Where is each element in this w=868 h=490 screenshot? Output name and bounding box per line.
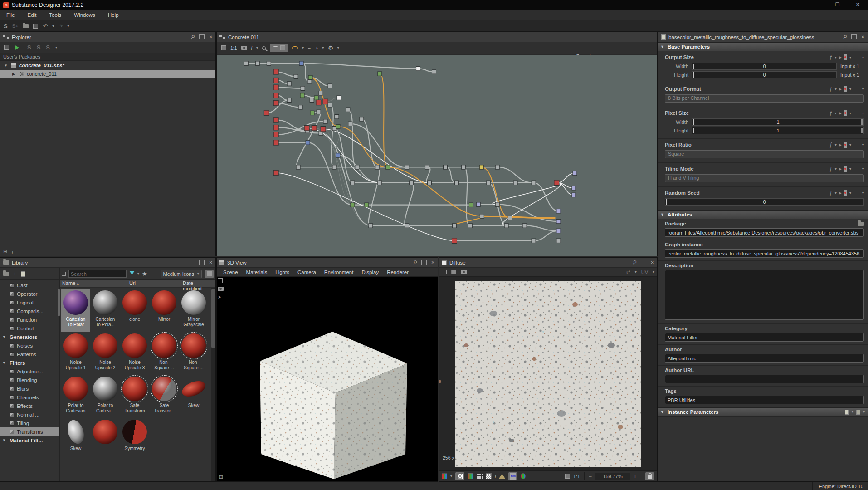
- new-substance-icon[interactable]: S: [4, 23, 8, 29]
- actual-size-label[interactable]: 1:1: [230, 45, 237, 51]
- preset-icon[interactable]: [845, 410, 849, 415]
- graph-node[interactable]: [273, 93, 278, 98]
- column-date-modified[interactable]: Date modified: [180, 280, 215, 287]
- cursor-icon[interactable]: ➤: [218, 294, 224, 299]
- undo-icon[interactable]: ↶: [43, 23, 48, 29]
- library-item[interactable]: NoiseUpscale 3: [120, 332, 149, 375]
- graph-node[interactable]: [378, 72, 382, 76]
- graph-node[interactable]: [294, 74, 298, 78]
- library-item[interactable]: SafeTransform: [120, 375, 149, 418]
- graph-node[interactable]: [310, 111, 314, 115]
- graph-node[interactable]: [335, 115, 339, 119]
- new-from-template-icon[interactable]: S+: [12, 23, 19, 29]
- graph-node[interactable]: [495, 165, 499, 169]
- graph-node[interactable]: [312, 125, 317, 130]
- graph-node[interactable]: [273, 125, 278, 130]
- graph-node[interactable]: [572, 193, 576, 197]
- play-icon[interactable]: ▶: [839, 167, 842, 171]
- library-item[interactable]: NoiseUpscale 1: [61, 332, 90, 375]
- expand-arrow-icon[interactable]: ▶: [12, 72, 17, 76]
- row-caret[interactable]: ▾: [862, 191, 864, 195]
- float-icon[interactable]: [199, 34, 205, 39]
- author-url-input[interactable]: [665, 375, 864, 383]
- zoom-icon[interactable]: [262, 46, 266, 50]
- float-icon[interactable]: [641, 260, 646, 265]
- graph-node[interactable]: [298, 105, 302, 109]
- column-url[interactable]: Url: [127, 280, 180, 287]
- graph-node[interactable]: [273, 85, 278, 90]
- preset-list-caret[interactable]: ▾: [863, 410, 865, 415]
- close-button[interactable]: ✕: [848, 0, 868, 10]
- graph-node[interactable]: [504, 224, 508, 228]
- graph-node[interactable]: [476, 202, 480, 206]
- random-seed-slider[interactable]: 0: [665, 198, 864, 206]
- info-toggle-icon[interactable]: i: [251, 45, 252, 51]
- category-noises[interactable]: Noises: [0, 341, 59, 350]
- graph-node[interactable]: [522, 224, 527, 228]
- graph-node[interactable]: [273, 132, 278, 137]
- value-caret[interactable]: ▾: [849, 191, 851, 195]
- value-caret[interactable]: ▾: [849, 167, 851, 171]
- library-scrollbar[interactable]: [211, 288, 215, 481]
- graph-node[interactable]: [296, 165, 300, 169]
- graph-node[interactable]: [513, 181, 517, 185]
- category-input[interactable]: [665, 333, 864, 342]
- library-item[interactable]: Skew: [179, 375, 208, 418]
- pin-icon[interactable]: ⚲: [841, 34, 848, 40]
- close-icon[interactable]: ✕: [209, 34, 213, 39]
- graph-node[interactable]: [495, 202, 499, 206]
- category-filters[interactable]: ▼Filters: [0, 358, 59, 367]
- graph-node[interactable]: [556, 209, 561, 213]
- zoom-value[interactable]: 159.77%: [595, 473, 630, 480]
- edit-filters-icon[interactable]: [21, 271, 25, 277]
- save-package-icon[interactable]: [4, 45, 9, 50]
- graph-node[interactable]: [351, 181, 355, 185]
- details-toggle-button[interactable]: [205, 270, 214, 278]
- graph-node[interactable]: [428, 181, 432, 185]
- graph-node[interactable]: [316, 100, 321, 105]
- popout-icon[interactable]: [442, 270, 447, 274]
- output-size-slider[interactable]: 0: [692, 71, 837, 78]
- graph-node[interactable]: [299, 61, 303, 65]
- attributes-section[interactable]: ▼ Attributes: [658, 210, 868, 219]
- graph-node[interactable]: [508, 216, 512, 220]
- fit-view-icon[interactable]: [221, 45, 226, 50]
- library-item[interactable]: Skew: [61, 418, 90, 461]
- library-item[interactable]: MirrorGrayscale: [179, 289, 208, 332]
- row-caret[interactable]: ▾: [862, 87, 864, 91]
- graph-node[interactable]: [273, 100, 278, 105]
- active-link-icon[interactable]: [292, 46, 298, 49]
- rgb-mode-button[interactable]: RGB: [508, 472, 517, 480]
- output-format-dropdown[interactable]: 8 Bits per Channel: [665, 94, 864, 103]
- view3d-menu-display[interactable]: Display: [358, 270, 382, 275]
- view3d-menu-renderer[interactable]: Renderer: [383, 270, 412, 275]
- graph-node[interactable]: [405, 224, 409, 228]
- filter-funnel-icon[interactable]: [129, 271, 135, 277]
- link-mode-button[interactable]: [270, 44, 288, 52]
- library-item[interactable]: CartesianTo Pola...: [91, 289, 120, 332]
- graph-node[interactable]: [346, 108, 350, 112]
- default-value-icon[interactable]: [844, 86, 847, 92]
- float-icon[interactable]: [199, 260, 205, 265]
- library-item[interactable]: Non-Square ...: [150, 332, 179, 375]
- graph-node[interactable]: [321, 127, 326, 132]
- value-caret[interactable]: ▾: [849, 55, 851, 59]
- minimize-button[interactable]: —: [807, 0, 827, 10]
- category-cast[interactable]: Cast: [0, 281, 59, 289]
- graph-node[interactable]: [532, 181, 536, 185]
- float-icon[interactable]: [851, 34, 857, 39]
- graph-node[interactable]: [300, 93, 304, 98]
- graph-node[interactable]: [255, 61, 259, 65]
- float-icon[interactable]: [421, 260, 427, 265]
- view3d-menu-lights[interactable]: Lights: [272, 270, 293, 275]
- default-value-icon[interactable]: [844, 54, 847, 60]
- function-icon[interactable]: ƒ: [829, 166, 833, 172]
- default-value-icon[interactable]: [844, 166, 847, 172]
- menu-edit[interactable]: Edit: [21, 12, 43, 18]
- settings-caret[interactable]: ▾: [337, 46, 339, 50]
- zoom-out-button[interactable]: −: [589, 473, 592, 480]
- graph-node[interactable]: [304, 125, 309, 130]
- popout-icon[interactable]: [218, 278, 223, 283]
- collapse-arrow-icon[interactable]: ▼: [660, 44, 664, 49]
- graph-node[interactable]: [425, 165, 429, 169]
